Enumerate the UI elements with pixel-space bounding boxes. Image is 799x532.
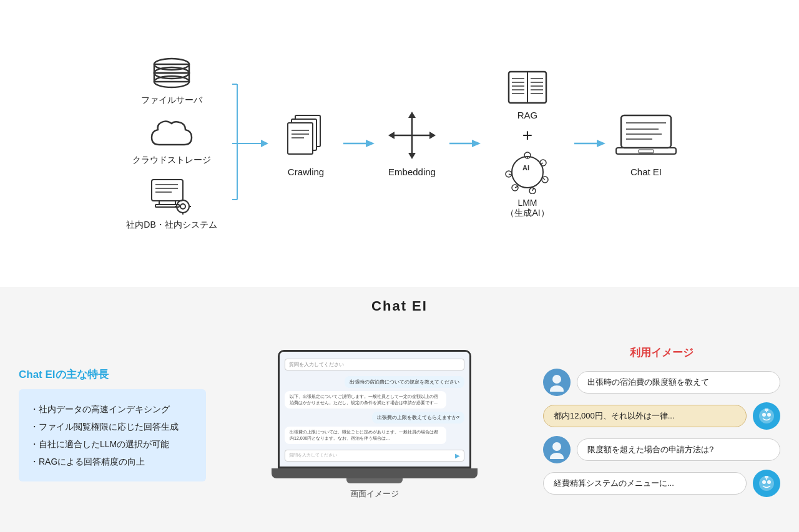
svg-point-82 xyxy=(762,413,766,417)
svg-marker-41 xyxy=(429,132,436,139)
user-avatar-2 xyxy=(543,436,571,463)
arrow-3-svg xyxy=(574,137,605,150)
bottom-section: Chat EI Chat EIの主な特長 ・社内データの高速インデキシング ・フ… xyxy=(0,287,799,532)
usage-title: 利用イメージ xyxy=(543,346,780,360)
bottom-content: Chat EIの主な特長 ・社内データの高速インデキシング ・ファイル閲覧権限に… xyxy=(0,321,799,528)
chat-ai-2: 出張費の上限については、職位ごとに定めがあります。一般社員の場合は都内12,00… xyxy=(285,427,446,444)
feature-2: ・ファイル閲覧権限に応じた回答生成 xyxy=(30,418,195,435)
ai-icon-1 xyxy=(757,406,777,426)
svg-line-66 xyxy=(543,178,545,180)
svg-line-65 xyxy=(541,163,543,164)
arrow-3 xyxy=(571,137,609,150)
svg-point-12 xyxy=(180,204,185,209)
embedding-node: Embedding xyxy=(378,110,446,177)
laptop-screen: 質問を入力してください 出張時の宿泊費についての規定を教えてください 以下、出張… xyxy=(278,350,471,468)
file-server-label: ファイルサーバ xyxy=(141,95,202,106)
user-icon-2 xyxy=(547,440,566,459)
svg-rect-91 xyxy=(765,476,768,478)
crawling-label: Crawling xyxy=(288,167,324,177)
usage-column: 利用イメージ 出張時の宿泊費の限度額を教えて xyxy=(543,321,780,528)
source-internal-db: 社内DB・社内システム xyxy=(126,178,217,231)
bottom-title: Chat EI xyxy=(371,298,428,314)
ai-icon-2 xyxy=(757,473,777,493)
svg-point-86 xyxy=(552,442,561,451)
source-file-server: ファイルサーバ xyxy=(141,57,202,106)
laptop-stand xyxy=(346,478,403,483)
laptop-mockup-column: 質問を入力してください 出張時の宿泊費についての規定を教えてください 以下、出張… xyxy=(218,321,531,528)
svg-marker-25 xyxy=(261,140,268,147)
usage-bubble-3: 限度額を超えた場合の申請方法は? xyxy=(577,438,780,461)
usage-bubble-2: 都内12,000円、それ以外は一律... xyxy=(543,405,747,427)
usage-row-3: 限度額を超えた場合の申請方法は? xyxy=(543,436,780,463)
chat-ei-icon xyxy=(615,110,677,160)
svg-rect-5 xyxy=(152,180,183,201)
ai-avatar-1 xyxy=(753,402,780,430)
svg-rect-84 xyxy=(765,409,768,411)
svg-marker-71 xyxy=(597,140,605,147)
chat-bottom-input[interactable]: 質問を入力してください ▶ xyxy=(285,450,464,462)
svg-marker-35 xyxy=(408,112,416,118)
usage-row-1: 出張時の宿泊費の限度額を教えて xyxy=(543,369,780,396)
feature-1: ・社内データの高速インデキシング xyxy=(30,400,195,418)
svg-text:AI: AI xyxy=(522,164,529,172)
rag-label: RAG xyxy=(517,110,538,120)
laptop-screen-inner: 質問を入力してください 出張時の宿泊費についての規定を教えてください 以下、出張… xyxy=(280,352,469,467)
arrow-2-svg xyxy=(449,137,481,150)
svg-rect-78 xyxy=(639,150,654,153)
svg-point-56 xyxy=(512,157,543,188)
svg-point-90 xyxy=(767,480,771,484)
svg-marker-33 xyxy=(366,140,375,147)
embedding-icon xyxy=(387,110,437,160)
internal-db-label: 社内DB・社内システム xyxy=(126,220,217,231)
cloud-storage-label: クラウドストレージ xyxy=(132,155,211,166)
rag-node: RAG xyxy=(506,69,549,120)
svg-marker-37 xyxy=(408,153,416,159)
screen-label: 画面イメージ xyxy=(350,488,399,500)
arrow-1 xyxy=(340,137,378,150)
arrow-2 xyxy=(446,137,484,150)
chat-placeholder: 質問を入力してください xyxy=(289,361,344,368)
svg-point-89 xyxy=(762,480,766,484)
chat-user-2: 出張費の上限を教えてもらえますか? xyxy=(372,412,464,423)
svg-marker-39 xyxy=(388,132,395,139)
svg-point-87 xyxy=(550,453,564,459)
feature-3: ・自社に適合したLLMの選択が可能 xyxy=(30,435,195,453)
internal-db-icon xyxy=(147,178,197,216)
usage-row-4: 経費精算システムのメニューに... xyxy=(543,470,780,497)
svg-rect-72 xyxy=(621,115,671,148)
lmm-icon: AI xyxy=(502,150,552,194)
usage-bubble-4: 経費精算システムのメニューに... xyxy=(543,472,747,495)
features-box: ・社内データの高速インデキシング ・ファイル閲覧権限に応じた回答生成 ・自社に適… xyxy=(19,389,206,481)
rag-lmm-column: RAG + AI xyxy=(484,69,571,219)
sources-column: ファイルサーバ クラウドストレージ xyxy=(115,57,228,231)
bracket-connector xyxy=(231,62,268,225)
crawling-node: Crawling xyxy=(272,110,340,177)
file-server-icon xyxy=(150,57,194,91)
arrow-1-svg xyxy=(343,137,375,150)
feature-4: ・RAGによる回答精度の向上 xyxy=(30,453,195,470)
chat-input-placeholder: 質問を入力してください xyxy=(289,452,337,458)
user-icon-1 xyxy=(547,373,566,392)
svg-marker-43 xyxy=(472,140,481,147)
chat-ei-label: Chat EI xyxy=(630,167,662,177)
ai-avatar-2 xyxy=(753,470,780,497)
source-cloud-storage: クラウドストレージ xyxy=(132,118,211,166)
architecture-diagram: ファイルサーバ クラウドストレージ xyxy=(0,0,799,287)
chat-send-icon[interactable]: ▶ xyxy=(455,452,460,459)
user-avatar-1 xyxy=(543,369,571,396)
cloud-icon xyxy=(147,118,197,151)
features-title: Chat EIの主な特長 xyxy=(19,367,206,382)
chat-top-bar: 質問を入力してください xyxy=(285,359,464,370)
svg-line-68 xyxy=(515,186,517,188)
laptop-wrap: 質問を入力してください 出張時の宿泊費についての規定を教えてください 以下、出張… xyxy=(272,350,478,500)
svg-point-80 xyxy=(550,385,564,392)
rag-icon xyxy=(506,69,549,106)
bracket-svg xyxy=(231,62,268,225)
usage-row-2: 都内12,000円、それ以外は一律... xyxy=(543,402,780,430)
lmm-node: AI LMM （生成AI） xyxy=(502,150,552,219)
lmm-label: LMM （生成AI） xyxy=(506,198,549,219)
chat-user-1: 出張時の宿泊費についての規定を教えてください xyxy=(345,376,464,388)
embedding-label: Embedding xyxy=(388,167,436,177)
chat-ai-1: 以下、出張規定についてご説明します。一般社員として一定の金額以上の宿泊費はかかり… xyxy=(285,391,446,409)
svg-rect-28 xyxy=(288,123,313,154)
